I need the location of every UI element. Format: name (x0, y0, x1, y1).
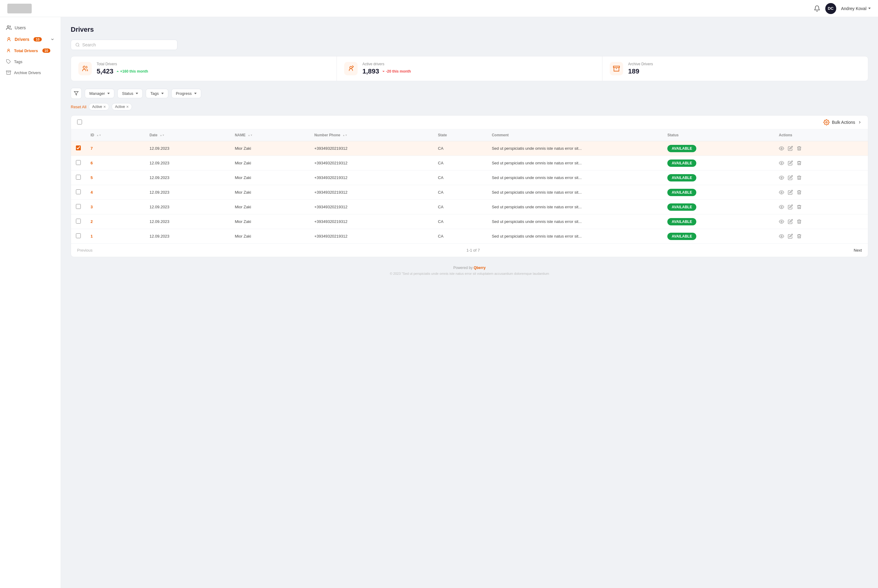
previous-page-button[interactable]: Previous (77, 248, 93, 252)
archive-drivers-stat-label: Archive Drivers (628, 62, 653, 66)
chevron-down-icon (868, 8, 871, 9)
row-id: 6 (86, 156, 145, 171)
row-checkbox-cell[interactable] (71, 214, 86, 229)
users-icon (6, 25, 12, 30)
sidebar-item-tags[interactable]: Tags (0, 56, 61, 67)
edit-action-icon[interactable] (788, 175, 793, 180)
status-filter-button[interactable]: Status (117, 89, 143, 98)
svg-point-2 (7, 49, 9, 51)
edit-action-icon[interactable] (788, 146, 793, 151)
filter-tag-label-1: Active (92, 105, 102, 109)
th-phone[interactable]: Number Phone ▲▼ (309, 129, 433, 141)
status-chevron-icon (136, 93, 138, 94)
sidebar-item-users[interactable]: Users (0, 22, 61, 33)
row-actions (774, 185, 868, 200)
select-all-checkbox-wrapper[interactable] (77, 120, 82, 125)
row-checkbox-cell[interactable] (71, 156, 86, 171)
row-name: Mior Zaki (230, 200, 309, 214)
active-drivers-stat-label: Active drivers (363, 62, 411, 66)
view-action-icon[interactable] (779, 160, 784, 166)
delete-action-icon[interactable] (797, 160, 802, 166)
reset-all-button[interactable]: Reset All (71, 105, 86, 109)
row-checkbox[interactable] (76, 204, 81, 209)
sidebar-drivers-toggle[interactable]: Drivers 10 (0, 33, 61, 45)
edit-action-icon[interactable] (788, 190, 793, 195)
delete-action-icon[interactable] (797, 146, 802, 151)
drivers-toggle-left: Drivers 10 (6, 37, 42, 42)
view-action-icon[interactable] (779, 204, 784, 210)
sort-name-icon[interactable]: ▲▼ (248, 134, 253, 136)
edit-action-icon[interactable] (788, 234, 793, 239)
delete-action-icon[interactable] (797, 234, 802, 239)
table-row: 1 12.09.2023 Mior Zaki +39349320219312 C… (71, 229, 868, 244)
th-actions: Actions (774, 129, 868, 141)
delete-action-icon[interactable] (797, 204, 802, 210)
active-drivers-stat-content: Active drivers 1,893 -20 this month (363, 62, 411, 75)
row-checkbox-cell[interactable] (71, 185, 86, 200)
filter-icon-button[interactable] (71, 88, 82, 99)
svg-point-1 (8, 38, 10, 39)
progress-chevron-icon (194, 93, 197, 94)
sort-date-icon[interactable]: ▲▼ (160, 134, 165, 136)
sidebar-item-total-drivers[interactable]: Total Drivers 10 (0, 45, 61, 56)
row-status: AVAILABLE (662, 185, 774, 200)
sort-id-icon[interactable]: ▲▼ (96, 134, 101, 136)
total-drivers-badge: 10 (42, 48, 50, 53)
tags-filter-button[interactable]: Tags (146, 89, 168, 98)
search-input[interactable] (82, 42, 173, 47)
layout: Users Drivers 10 Tot (0, 17, 878, 588)
th-id[interactable]: ID ▲▼ (86, 129, 145, 141)
row-status: AVAILABLE (662, 156, 774, 171)
row-checkbox[interactable] (76, 160, 81, 165)
status-badge: AVAILABLE (667, 233, 696, 240)
row-checkbox[interactable] (76, 219, 81, 224)
row-phone: +39349320219312 (309, 200, 433, 214)
row-comment: Sed ut perspiciatis unde omnis iste natu… (487, 200, 662, 214)
row-checkbox[interactable] (76, 233, 81, 238)
delete-action-icon[interactable] (797, 190, 802, 195)
row-checkbox-cell[interactable] (71, 229, 86, 244)
row-date: 12.09.2023 (145, 185, 230, 200)
row-checkbox-cell[interactable] (71, 141, 86, 156)
row-status: AVAILABLE (662, 141, 774, 156)
view-action-icon[interactable] (779, 146, 784, 151)
select-all-checkbox[interactable] (77, 120, 82, 124)
row-state: CA (433, 200, 487, 214)
row-checkbox-cell[interactable] (71, 200, 86, 214)
sidebar-item-archive-drivers[interactable]: Archive Drivers (0, 67, 61, 78)
total-drivers-label: Total Drivers (14, 48, 38, 53)
edit-action-icon[interactable] (788, 219, 793, 224)
filter-tag-close-1[interactable]: × (103, 105, 106, 109)
view-action-icon[interactable] (779, 219, 784, 224)
user-name-button[interactable]: Andrey Koval (841, 6, 871, 11)
bell-icon[interactable] (814, 5, 820, 12)
th-name[interactable]: NAME ▲▼ (230, 129, 309, 141)
next-page-button[interactable]: Next (854, 248, 862, 252)
edit-action-icon[interactable] (788, 204, 793, 210)
active-drivers-stat-value: 1,893 -20 this month (363, 68, 411, 75)
manager-filter-button[interactable]: Manager (85, 89, 114, 98)
row-checkbox[interactable] (76, 146, 81, 150)
th-state: State (433, 129, 487, 141)
edit-action-icon[interactable] (788, 160, 793, 166)
filter-tag-close-2[interactable]: × (126, 105, 129, 109)
view-action-icon[interactable] (779, 175, 784, 180)
bulk-actions-button[interactable]: Bulk Actions (823, 119, 862, 125)
th-status: Status (662, 129, 774, 141)
active-drivers-stat-change: -20 this month (382, 69, 411, 74)
sort-phone-icon[interactable]: ▲▼ (343, 134, 348, 136)
main-content: Drivers Total D (61, 17, 878, 588)
row-state: CA (433, 141, 487, 156)
row-phone: +39349320219312 (309, 185, 433, 200)
view-action-icon[interactable] (779, 234, 784, 239)
delete-action-icon[interactable] (797, 175, 802, 180)
row-phone: +39349320219312 (309, 229, 433, 244)
row-checkbox[interactable] (76, 189, 81, 194)
row-checkbox-cell[interactable] (71, 171, 86, 185)
progress-filter-button[interactable]: Progress (171, 89, 201, 98)
row-checkbox[interactable] (76, 175, 81, 180)
delete-action-icon[interactable] (797, 219, 802, 224)
view-action-icon[interactable] (779, 190, 784, 195)
row-name: Mior Zaki (230, 141, 309, 156)
th-date[interactable]: Date ▲▼ (145, 129, 230, 141)
